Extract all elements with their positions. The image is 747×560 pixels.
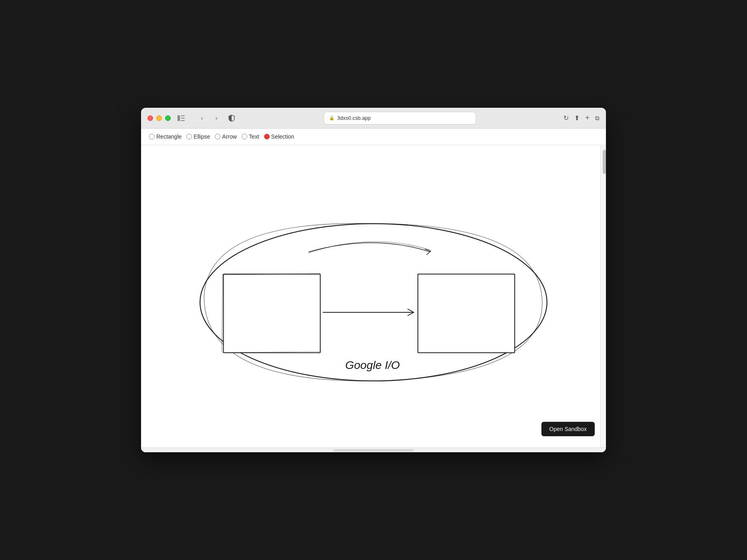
radio-ellipse[interactable]	[186, 134, 192, 139]
browser-window: ‹ › 🔒 3dxs0.csb.app ↻ ⬆ + ⧉	[141, 108, 606, 452]
browser-controls: ‹ ›	[196, 113, 222, 124]
svg-rect-0	[178, 115, 180, 121]
minimize-button[interactable]	[156, 115, 162, 121]
share-icon[interactable]: ⬆	[574, 114, 579, 122]
svg-rect-2	[181, 118, 185, 119]
browser-content: Rectangle Ellipse Arrow Text Selection	[141, 129, 606, 452]
maximize-button[interactable]	[165, 115, 171, 121]
tool-rectangle-label: Rectangle	[156, 133, 182, 140]
address-bar-wrapper: 🔒 3dxs0.csb.app	[241, 112, 559, 125]
svg-rect-3	[181, 120, 185, 121]
svg-rect-1	[181, 115, 185, 116]
forward-button[interactable]: ›	[211, 113, 222, 124]
drawing-toolbar: Rectangle Ellipse Arrow Text Selection	[141, 129, 606, 145]
open-sandbox-button[interactable]: Open Sandbox	[541, 422, 595, 436]
svg-rect-6	[418, 274, 515, 353]
horizontal-scrollbar[interactable]	[333, 449, 414, 451]
tool-ellipse-label: Ellipse	[194, 133, 210, 140]
lock-icon: 🔒	[329, 115, 335, 121]
canvas-area[interactable]: Google I/O Open Sandbox	[141, 145, 606, 447]
tool-selection-label: Selection	[271, 133, 295, 140]
close-button[interactable]	[147, 115, 153, 121]
browser-actions: ↻ ⬆ + ⧉	[563, 114, 600, 122]
traffic-lights	[147, 115, 171, 121]
radio-selection[interactable]	[264, 134, 270, 139]
tool-text-label: Text	[249, 133, 259, 140]
tabs-icon[interactable]: ⧉	[595, 115, 600, 122]
back-button[interactable]: ‹	[196, 113, 208, 124]
vertical-scrollbar[interactable]	[600, 145, 606, 447]
tool-selection[interactable]: Selection	[262, 133, 296, 141]
tool-text[interactable]: Text	[240, 133, 261, 141]
url-text: 3dxs0.csb.app	[337, 115, 371, 121]
drawing-canvas[interactable]: Google I/O	[141, 145, 606, 447]
tool-arrow-label: Arrow	[222, 133, 237, 140]
radio-text[interactable]	[242, 134, 247, 139]
tool-ellipse[interactable]: Ellipse	[185, 133, 212, 141]
reload-icon[interactable]: ↻	[563, 114, 569, 122]
sidebar-toggle-icon[interactable]	[176, 113, 187, 124]
tool-arrow[interactable]: Arrow	[213, 133, 238, 141]
browser-bottom-bar	[141, 447, 606, 452]
radio-arrow[interactable]	[215, 134, 220, 139]
diagram-text: Google I/O	[345, 359, 400, 371]
svg-rect-5	[224, 274, 321, 353]
shield-icon	[227, 113, 236, 123]
tool-rectangle[interactable]: Rectangle	[147, 133, 183, 141]
address-bar[interactable]: 🔒 3dxs0.csb.app	[324, 112, 476, 125]
scrollbar-thumb[interactable]	[603, 150, 606, 174]
browser-titlebar: ‹ › 🔒 3dxs0.csb.app ↻ ⬆ + ⧉	[141, 108, 606, 129]
radio-rectangle[interactable]	[149, 134, 155, 139]
new-tab-icon[interactable]: +	[585, 114, 590, 122]
